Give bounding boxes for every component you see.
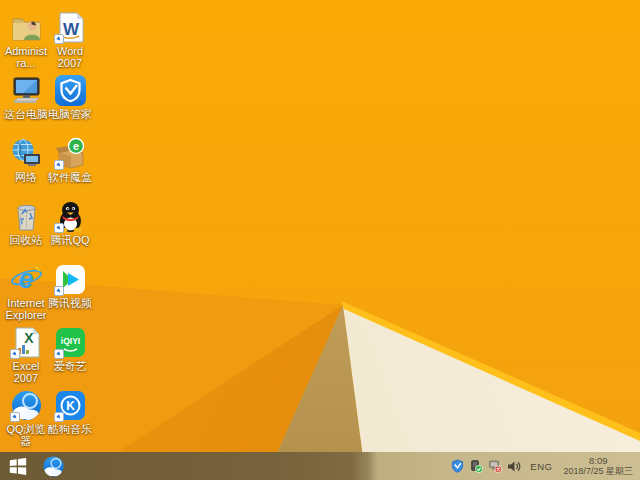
desktop-icon-internet-explorer[interactable]: e Internet Explorer [4,263,48,321]
shortcut-arrow-badge [54,160,64,170]
network-globe-icon [10,137,43,170]
system-tray: ENG 8:09 2018/7/25 星期三 [450,456,640,476]
icon-label: Word 2007 [48,45,92,69]
desktop-icon-tencent-video[interactable]: 腾讯视频 [48,263,92,309]
desktop-icon-kugou-music[interactable]: K 酷狗音乐 [48,389,92,435]
icon-label: Internet Explorer [4,297,48,321]
icon-label: 软件魔盒 [48,171,92,183]
icon-label: 腾讯视频 [48,297,92,309]
clock-time: 8:09 [589,456,608,466]
desktop-icon-software-box[interactable]: e 软件魔盒 [48,137,92,183]
word-icon: W [54,11,87,44]
tray-device-ok-icon[interactable] [469,459,483,473]
taskbar-clock[interactable]: 8:09 2018/7/25 星期三 [563,456,635,476]
desktop[interactable]: Administra... 这台电脑 [0,0,640,480]
clock-date: 2018/7/25 星期三 [563,466,633,476]
icon-label: 腾讯QQ [48,234,92,246]
tray-volume-icon[interactable] [507,459,521,473]
kugou-icon: K [54,389,87,422]
shortcut-arrow-badge [54,286,64,296]
svg-text:iQIYI: iQIYI [60,336,79,346]
svg-text:e: e [72,140,78,152]
icon-label: 酷狗音乐 [48,423,92,435]
desktop-icon-tencent-qq[interactable]: 腾讯QQ [48,200,92,246]
start-button[interactable] [0,452,36,480]
icon-label: Administra... [4,45,48,69]
taskbar: ENG 8:09 2018/7/25 星期三 [0,452,640,480]
svg-text:X: X [24,330,34,346]
excel-icon: X [10,326,43,359]
icon-label: 电脑管家 [48,108,92,120]
qq-penguin-icon [54,200,87,233]
qq-browser-icon [10,389,43,422]
language-indicator[interactable]: ENG [526,461,558,472]
tray-network-error-icon[interactable] [488,459,502,473]
desktop-icon-pc-manager[interactable]: 电脑管家 [48,74,92,120]
qq-browser-icon [42,455,65,478]
desktop-icon-network[interactable]: 网络 [4,137,48,183]
desktop-icon-excel-2007[interactable]: X Excel 2007 [4,326,48,384]
shortcut-arrow-badge [54,412,64,422]
desktop-icon-this-pc[interactable]: 这台电脑 [4,74,48,120]
svg-text:e: e [18,264,33,294]
desktop-icon-word-2007[interactable]: W Word 2007 [48,11,92,69]
shield-check-icon [54,74,87,107]
icon-label: 回收站 [4,234,48,246]
icon-label: 网络 [4,171,48,183]
shortcut-arrow-badge [54,223,64,233]
shortcut-arrow-badge [54,349,64,359]
computer-icon [10,74,43,107]
shortcut-arrow-badge [10,349,20,359]
svg-text:K: K [66,399,75,413]
software-box-icon: e [54,137,87,170]
icon-label: Excel 2007 [4,360,48,384]
shortcut-arrow-badge [54,34,64,44]
icon-label: QQ浏览器 [4,423,48,447]
taskbar-qq-browser-button[interactable] [36,452,70,480]
user-folder-icon [10,11,43,44]
tencent-video-icon [54,263,87,296]
iqiyi-icon: iQIYI [54,326,87,359]
recycle-bin-icon [10,200,43,233]
shortcut-arrow-badge [10,412,20,422]
windows-logo-icon [8,456,28,476]
desktop-icon-qq-browser[interactable]: QQ浏览器 [4,389,48,447]
icon-label: 这台电脑 [4,108,48,120]
desktop-icon-recycle-bin[interactable]: 回收站 [4,200,48,246]
ie-icon: e [10,263,43,296]
tray-security-shield-icon[interactable] [450,459,464,473]
desktop-icon-iqiyi[interactable]: iQIYI 爱奇艺 [48,326,92,372]
desktop-icon-administrator[interactable]: Administra... [4,11,48,69]
icon-label: 爱奇艺 [48,360,92,372]
